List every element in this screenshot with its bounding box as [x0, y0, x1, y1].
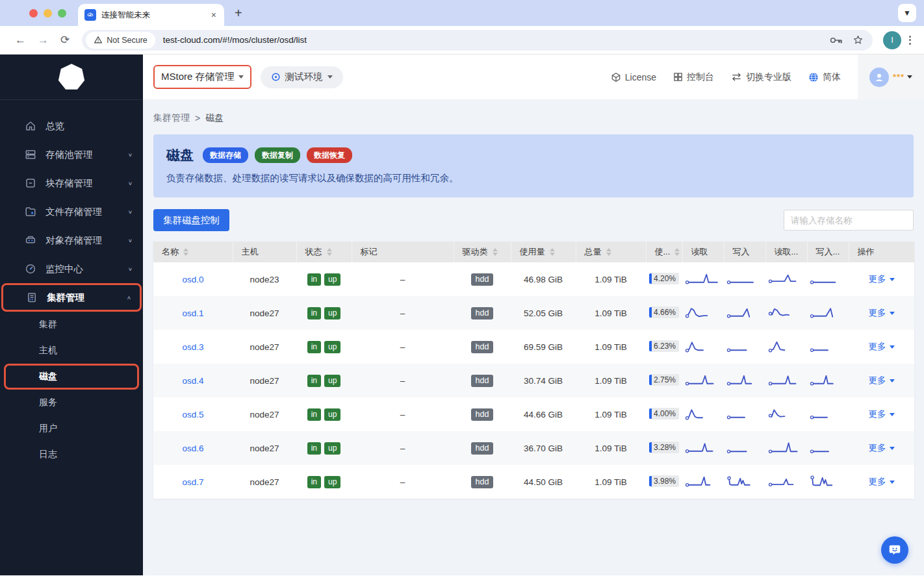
sparkline-chart [811, 302, 845, 323]
sparkline-chart [686, 403, 720, 424]
chevron-down-icon: ∨ [128, 181, 133, 186]
sidebar-subitem-5[interactable]: 日志 [0, 442, 143, 468]
user-menu[interactable]: *** [858, 55, 924, 99]
console-grid-icon [673, 72, 683, 82]
search-box[interactable] [784, 210, 914, 231]
column-header[interactable]: 名称 [153, 242, 233, 262]
more-actions-button[interactable]: 更多 [869, 408, 895, 420]
osd-name-link[interactable]: osd.4 [182, 376, 203, 386]
column-header: 主机 [233, 242, 296, 262]
used-cell: 69.59 GiB [511, 330, 576, 364]
search-icon[interactable] [906, 215, 906, 225]
sparkline-chart [728, 471, 762, 492]
status-badge: up [324, 375, 340, 387]
sort-icon[interactable] [327, 248, 332, 256]
osd-name-link[interactable]: osd.0 [182, 275, 203, 284]
tab-close-icon[interactable]: × [210, 10, 218, 20]
sparkline-chart [686, 437, 720, 458]
drive-type-badge: hdd [471, 442, 494, 455]
breadcrumb-parent[interactable]: 集群管理 [153, 112, 190, 124]
sidebar-item-2[interactable]: 块存储管理 ∨ [0, 169, 143, 197]
sidebar-item-1[interactable]: 存储池管理 ∨ [0, 140, 143, 169]
cluster-disk-control-button[interactable]: 集群磁盘控制 [153, 209, 229, 231]
more-actions-button[interactable]: 更多 [869, 341, 895, 353]
support-chat-button[interactable] [881, 536, 908, 564]
search-input[interactable] [791, 216, 906, 225]
header-link-3[interactable]: 简体 [808, 71, 841, 83]
chevron-down-icon [907, 75, 912, 79]
browser-tab[interactable]: 连接智能未来 × [78, 4, 224, 26]
sidebar-subitem-1[interactable]: 主机 [0, 338, 143, 364]
browser-menu-icon[interactable] [909, 36, 911, 45]
disk-table: 名称主机状态标记驱动类使用量总量使...读取写入读取...写入...操作 osd… [153, 242, 914, 499]
header-link-2[interactable]: 切换专业版 [731, 71, 791, 83]
status-badge: in [307, 273, 321, 286]
sidebar-subitem-2[interactable]: 磁盘 [4, 364, 139, 390]
sidebar-subitem-0[interactable]: 集群 [0, 312, 143, 338]
environment-selector[interactable]: 测试环境 [261, 66, 343, 88]
osd-name-link[interactable]: osd.5 [182, 410, 203, 419]
more-actions-button[interactable]: 更多 [869, 273, 895, 285]
url-text[interactable]: test-cloud.com/#!/mos/cluster/osd/list [163, 35, 829, 45]
tab-search-chevron-icon[interactable]: ▼ [898, 4, 916, 22]
not-secure-chip[interactable]: Not Secure [86, 32, 155, 49]
osd-name-link[interactable]: osd.7 [182, 477, 203, 487]
product-switcher[interactable]: MStore 存储管理 [153, 65, 251, 89]
header-link-1[interactable]: 控制台 [673, 71, 714, 83]
column-header[interactable]: 使用量 [511, 242, 576, 262]
total-cell: 1.09 TiB [576, 262, 646, 296]
sort-icon[interactable] [674, 248, 680, 256]
sort-icon[interactable] [606, 248, 611, 256]
sidebar-item-0[interactable]: 总览 [0, 112, 143, 140]
sidebar-subitem-4[interactable]: 用户 [0, 416, 143, 442]
maximize-window-button[interactable] [58, 9, 66, 18]
sort-icon[interactable] [493, 248, 498, 256]
more-actions-button[interactable]: 更多 [869, 307, 895, 319]
column-header[interactable]: 驱动类 [454, 242, 511, 262]
sidebar-item-label: 集群管理 [47, 292, 127, 304]
column-header[interactable]: 使... [646, 242, 682, 262]
osd-name-link[interactable]: osd.1 [182, 308, 203, 318]
used-cell: 44.50 GiB [511, 465, 576, 499]
browser-profile-avatar[interactable]: I [883, 31, 901, 49]
more-actions-button[interactable]: 更多 [869, 375, 895, 386]
osd-name-link[interactable]: osd.6 [182, 444, 203, 453]
osd-name-link[interactable]: osd.3 [182, 342, 203, 352]
more-actions-button[interactable]: 更多 [869, 476, 895, 488]
usage-percent-badge: 3.98% [649, 475, 679, 487]
status-badge: in [307, 375, 321, 387]
sidebar-subitem-3[interactable]: 服务 [0, 390, 143, 416]
column-header[interactable]: 状态 [296, 242, 352, 262]
usage-percent-badge: 4.20% [649, 273, 679, 284]
back-icon[interactable]: ← [15, 34, 26, 47]
sort-icon[interactable] [550, 248, 555, 256]
sort-icon[interactable] [183, 248, 188, 256]
sparkline-chart [728, 336, 762, 357]
more-actions-button[interactable]: 更多 [869, 442, 895, 454]
sparkline-chart [769, 471, 803, 492]
file-storage-icon [25, 206, 36, 218]
chevron-down-icon [890, 278, 895, 281]
new-tab-button[interactable]: + [235, 6, 242, 19]
header-link-0[interactable]: License [611, 72, 656, 82]
drive-type-badge: hdd [471, 273, 494, 286]
breadcrumb: 集群管理 > 磁盘 [153, 112, 914, 124]
usage-percent-badge: 2.75% [649, 374, 679, 386]
status-cell: inup [296, 262, 352, 296]
sidebar-item-5[interactable]: 监控中心 ∨ [0, 255, 143, 283]
window-controls[interactable] [29, 9, 66, 18]
column-header[interactable]: 总量 [576, 242, 646, 262]
sidebar-item-6[interactable]: 集群管理 ∧ [1, 283, 142, 312]
sidebar-item-3[interactable]: 文件存储管理 ∨ [0, 197, 143, 226]
reload-icon[interactable]: ⟳ [60, 33, 70, 47]
password-key-icon[interactable] [829, 36, 843, 45]
close-window-button[interactable] [29, 9, 38, 18]
sidebar-item-4[interactable]: 对象存储管理 ∨ [0, 226, 143, 255]
url-bar[interactable]: Not Secure test-cloud.com/#!/mos/cluster… [82, 30, 873, 51]
chevron-down-icon [890, 379, 895, 382]
minimize-window-button[interactable] [44, 9, 52, 18]
app-logo[interactable] [0, 55, 143, 100]
bookmark-star-icon[interactable] [853, 34, 864, 45]
sparkline-chart [769, 336, 803, 357]
forward-icon[interactable]: → [38, 34, 49, 47]
